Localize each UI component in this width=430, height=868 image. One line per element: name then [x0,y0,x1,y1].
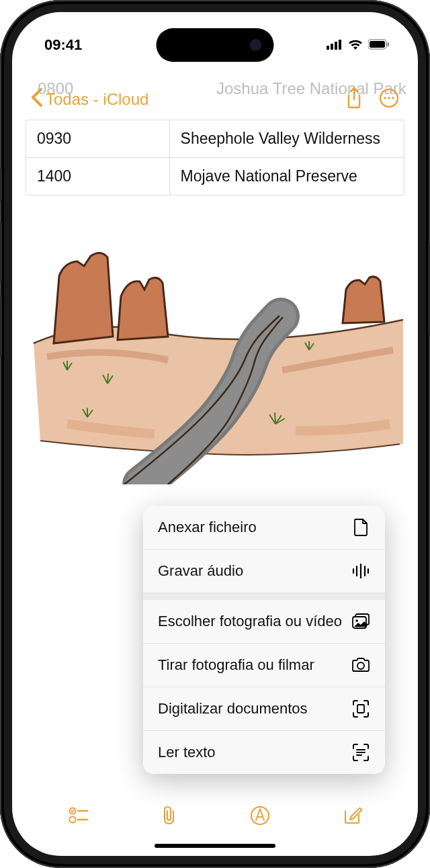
side-button [0,168,2,202]
attachment-icon[interactable] [161,806,178,828]
svg-rect-0 [327,46,329,50]
cell-time: 0930 [26,120,170,157]
phone-frame: 09:41 0800 Joshua Tree National Park [0,0,430,868]
sketch-drawing[interactable] [26,216,404,484]
waveform-icon [351,562,370,580]
menu-item-label: Tirar fotografia ou filmar [158,656,351,675]
share-icon[interactable] [345,87,363,112]
nav-bar: Todas - iCloud [12,79,418,120]
menu-record-audio[interactable]: Gravar áudio [143,550,385,593]
home-indicator[interactable] [155,844,275,848]
svg-rect-2 [335,42,337,50]
table-row[interactable]: 0930 Sheephole Valley Wilderness [26,120,404,158]
cellular-icon [327,36,343,54]
cell-location: Sheephole Valley Wilderness [170,120,404,157]
back-button[interactable]: Todas - iCloud [31,88,148,111]
svg-rect-20 [357,705,364,713]
menu-separator [143,593,385,600]
svg-point-10 [392,97,394,99]
menu-attach-file[interactable]: Anexar ficheiro [143,506,385,550]
schedule-table: 0930 Sheephole Valley Wilderness 1400 Mo… [26,120,404,196]
menu-item-label: Escolher fotografia ou vídeo [158,612,351,631]
svg-rect-5 [370,41,385,48]
svg-point-18 [355,619,358,622]
menu-choose-photo[interactable]: Escolher fotografia ou vídeo [143,600,385,644]
svg-point-25 [69,817,75,823]
screen: 09:41 0800 Joshua Tree National Park [12,12,418,856]
battery-icon [368,36,390,54]
chevron-left-icon [31,88,43,111]
markup-icon[interactable] [250,806,270,828]
svg-point-19 [357,662,364,669]
status-time: 09:41 [44,36,82,54]
compose-icon[interactable] [342,806,362,828]
scan-document-icon [351,699,370,718]
bottom-toolbar [12,797,418,837]
checklist-icon[interactable] [69,807,89,827]
document-icon [351,518,370,537]
back-label: Todas - iCloud [46,90,148,109]
attachment-menu: Anexar ficheiro Gravar áudio Escolher fo… [143,506,385,774]
photo-library-icon [351,612,370,631]
volume-down-button [0,296,2,356]
cell-location: Mojave National Preserve [170,158,404,195]
svg-point-9 [388,97,390,99]
menu-item-label: Digitalizar documentos [158,699,351,718]
table-row[interactable]: 1400 Mojave National Preserve [26,158,404,195]
menu-item-label: Gravar áudio [158,562,351,580]
svg-rect-1 [331,44,333,50]
more-icon[interactable] [379,88,399,111]
cell-time: 1400 [26,158,170,195]
svg-rect-6 [388,42,390,46]
svg-rect-3 [339,40,341,50]
menu-read-text[interactable]: Ler texto [143,731,385,774]
scan-text-icon [351,743,370,762]
volume-up-button [0,222,2,282]
menu-take-photo[interactable]: Tirar fotografia ou filmar [143,644,385,687]
menu-item-label: Ler texto [158,743,351,762]
wifi-icon [348,36,363,54]
svg-point-8 [384,97,386,99]
dynamic-island [157,28,274,62]
menu-item-label: Anexar ficheiro [158,518,351,537]
camera-icon [351,656,370,675]
menu-scan-documents[interactable]: Digitalizar documentos [143,687,385,731]
